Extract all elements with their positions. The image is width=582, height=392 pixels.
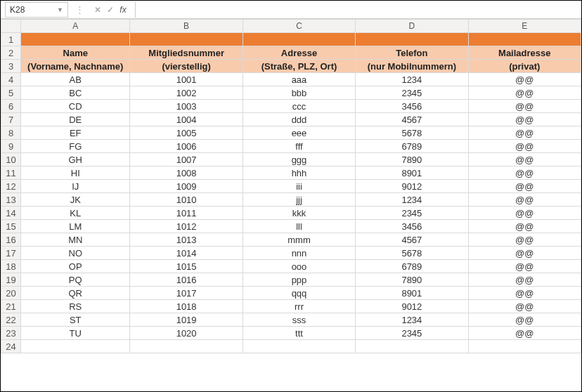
- cell-name[interactable]: HI: [21, 166, 130, 180]
- cell-tel[interactable]: 1234: [356, 313, 468, 327]
- row-header[interactable]: 18: [1, 260, 21, 273]
- cell-mail[interactable]: @@: [468, 260, 581, 273]
- cell-addr[interactable]: ooo: [242, 260, 355, 273]
- cell-memno[interactable]: 1013: [130, 233, 242, 247]
- formula-input[interactable]: [135, 2, 581, 18]
- cell-name[interactable]: NO: [21, 247, 130, 260]
- cell-memno[interactable]: 1018: [130, 300, 242, 313]
- cell-addr[interactable]: mmm: [242, 233, 355, 247]
- cell-name[interactable]: FG: [21, 140, 130, 153]
- row-header[interactable]: 17: [1, 247, 21, 260]
- cell-mail[interactable]: @@: [468, 327, 581, 340]
- cell-mail[interactable]: @@: [468, 207, 581, 220]
- cell-name[interactable]: BC: [21, 86, 130, 100]
- cell-memno[interactable]: 1003: [130, 100, 242, 113]
- cell-addr[interactable]: ccc: [242, 100, 355, 113]
- cell-name[interactable]: PQ: [21, 273, 130, 287]
- cell-memno[interactable]: 1014: [130, 247, 242, 260]
- cell-addr[interactable]: eee: [242, 126, 355, 140]
- name-box[interactable]: K28 ▼: [5, 2, 68, 18]
- cell-mail[interactable]: @@: [468, 273, 581, 287]
- cell-memno[interactable]: 1019: [130, 313, 242, 327]
- header-addr[interactable]: Adresse: [242, 46, 355, 60]
- header-memno[interactable]: Mitgliedsnummer: [130, 46, 242, 60]
- cell-addr[interactable]: ppp: [242, 273, 355, 287]
- cell-name[interactable]: JK: [21, 193, 130, 207]
- cell-tel[interactable]: 9012: [356, 180, 468, 193]
- cell-name[interactable]: EF: [21, 126, 130, 140]
- cell-tel[interactable]: 7890: [356, 153, 468, 166]
- cell-name[interactable]: AB: [21, 73, 130, 86]
- row-header[interactable]: 7: [1, 113, 21, 126]
- cell-memno[interactable]: 1009: [130, 180, 242, 193]
- cell-name[interactable]: KL: [21, 207, 130, 220]
- cell-addr[interactable]: sss: [242, 313, 355, 327]
- cell-mail[interactable]: @@: [468, 193, 581, 207]
- cell[interactable]: [242, 340, 355, 353]
- row-header[interactable]: 13: [1, 193, 21, 207]
- cell-memno[interactable]: 1011: [130, 207, 242, 220]
- cell-memno[interactable]: 1012: [130, 220, 242, 233]
- cell-name[interactable]: GH: [21, 153, 130, 166]
- cell-mail[interactable]: @@: [468, 113, 581, 126]
- row-header[interactable]: 22: [1, 313, 21, 327]
- cell-name[interactable]: TU: [21, 327, 130, 340]
- row-header[interactable]: 24: [1, 340, 21, 353]
- header-mail[interactable]: Mailadresse: [468, 46, 581, 60]
- row-header[interactable]: 6: [1, 100, 21, 113]
- cell-mail[interactable]: @@: [468, 166, 581, 180]
- col-header-A[interactable]: A: [21, 20, 130, 33]
- row-header[interactable]: 12: [1, 180, 21, 193]
- row-header[interactable]: 16: [1, 233, 21, 247]
- col-header-C[interactable]: C: [242, 20, 355, 33]
- row-header[interactable]: 10: [1, 153, 21, 166]
- cell-mail[interactable]: @@: [468, 126, 581, 140]
- cell-mail[interactable]: @@: [468, 153, 581, 166]
- col-header-E[interactable]: E: [468, 20, 581, 33]
- cell-name[interactable]: CD: [21, 100, 130, 113]
- cell-memno[interactable]: 1020: [130, 327, 242, 340]
- cell[interactable]: [468, 340, 581, 353]
- cell-addr[interactable]: iii: [242, 180, 355, 193]
- cell-mail[interactable]: @@: [468, 100, 581, 113]
- cell-tel[interactable]: 8901: [356, 287, 468, 300]
- cell-memno[interactable]: 1005: [130, 126, 242, 140]
- cell[interactable]: [21, 340, 130, 353]
- cancel-icon[interactable]: ✕: [91, 5, 104, 15]
- cell-tel[interactable]: 9012: [356, 300, 468, 313]
- cell-tel[interactable]: 5678: [356, 247, 468, 260]
- cell-tel[interactable]: 4567: [356, 233, 468, 247]
- header-tel[interactable]: Telefon: [356, 46, 468, 60]
- cell-tel[interactable]: 1234: [356, 193, 468, 207]
- row-header[interactable]: 1: [1, 33, 21, 46]
- cell-name[interactable]: MN: [21, 233, 130, 247]
- col-header-D[interactable]: D: [356, 20, 468, 33]
- cell-memno[interactable]: 1002: [130, 86, 242, 100]
- cell-tel[interactable]: 2345: [356, 207, 468, 220]
- cell-addr[interactable]: qqq: [242, 287, 355, 300]
- cell-mail[interactable]: @@: [468, 300, 581, 313]
- cell-mail[interactable]: @@: [468, 313, 581, 327]
- cell-tel[interactable]: 8901: [356, 166, 468, 180]
- row-header[interactable]: 5: [1, 86, 21, 100]
- cell[interactable]: [356, 340, 468, 353]
- cell-memno[interactable]: 1008: [130, 166, 242, 180]
- cell-addr[interactable]: lll: [242, 220, 355, 233]
- cell-name[interactable]: LM: [21, 220, 130, 233]
- row-header[interactable]: 20: [1, 287, 21, 300]
- header-tel-sub[interactable]: (nur Mobilnummern): [356, 60, 468, 73]
- cell-addr[interactable]: hhh: [242, 166, 355, 180]
- cell-addr[interactable]: ggg: [242, 153, 355, 166]
- chevron-down-icon[interactable]: ▼: [57, 6, 63, 13]
- header-addr-sub[interactable]: (Straße, PLZ, Ort): [242, 60, 355, 73]
- row-header[interactable]: 15: [1, 220, 21, 233]
- cell-mail[interactable]: @@: [468, 140, 581, 153]
- header-mail-sub[interactable]: (privat): [468, 60, 581, 73]
- cell-tel[interactable]: 2345: [356, 327, 468, 340]
- cell-memno[interactable]: 1007: [130, 153, 242, 166]
- cell-memno[interactable]: 1001: [130, 73, 242, 86]
- cell-memno[interactable]: 1010: [130, 193, 242, 207]
- cell-tel[interactable]: 3456: [356, 220, 468, 233]
- row-header[interactable]: 14: [1, 207, 21, 220]
- cell-tel[interactable]: 5678: [356, 126, 468, 140]
